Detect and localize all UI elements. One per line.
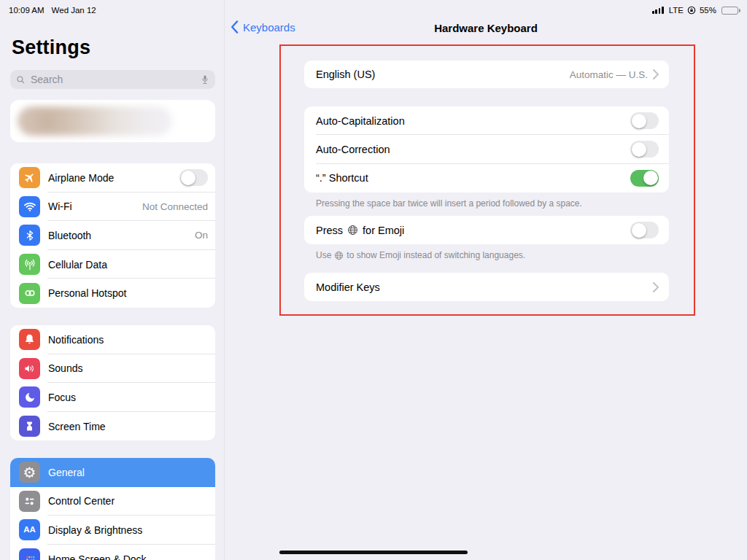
language-row-value: Automatic — U.S. xyxy=(570,69,648,80)
emoji-row-prefix: Press xyxy=(316,225,343,236)
sidebar-item-home-screen-dock[interactable]: Home Screen & Dock xyxy=(10,545,215,560)
emoji-footnote-prefix: Use xyxy=(316,250,331,260)
blurred-profile-content xyxy=(18,106,172,136)
sidebar-item-general[interactable]: ⚙ General xyxy=(10,458,215,487)
search-field[interactable] xyxy=(10,70,215,89)
globe-icon xyxy=(347,225,358,236)
network-type-label: LTE xyxy=(669,6,684,15)
home-screen-icon xyxy=(19,548,40,560)
moon-icon xyxy=(19,386,40,408)
modifier-keys-row[interactable]: Modifier Keys xyxy=(304,273,669,301)
shortcut-footnote: Pressing the space bar twice will insert… xyxy=(316,198,659,209)
wifi-icon xyxy=(19,196,40,217)
content-title: Hardware Keyboard xyxy=(225,22,747,34)
press-globe-for-emoji-toggle[interactable] xyxy=(630,222,659,238)
sidebar-item-label: General xyxy=(48,467,85,478)
sidebar-item-personal-hotspot[interactable]: Personal Hotspot xyxy=(10,279,215,308)
settings-sidebar: Settings Airplane Mode xyxy=(0,0,225,560)
emoji-card: Press for Emoji xyxy=(304,216,669,244)
gear-icon: ⚙ xyxy=(19,462,40,483)
auto-capitalization-toggle[interactable] xyxy=(630,112,659,129)
sidebar-item-display-brightness[interactable]: AA Display & Brightness xyxy=(10,516,215,545)
battery-percent-label: 55% xyxy=(700,6,716,15)
language-card: English (US) Automatic — U.S. xyxy=(304,61,669,88)
sidebar-item-cellular-data[interactable]: Cellular Data xyxy=(10,250,215,279)
sidebar-item-label: Sounds xyxy=(48,362,82,374)
period-shortcut-toggle[interactable] xyxy=(630,170,659,187)
airplane-icon xyxy=(19,167,40,188)
auto-capitalization-label: Auto-Capitalization xyxy=(316,115,405,127)
sidebar-item-label: Home Screen & Dock xyxy=(48,553,147,560)
language-row[interactable]: English (US) Automatic — U.S. xyxy=(304,61,669,88)
battery-icon xyxy=(721,7,738,15)
sidebar-item-label: Focus xyxy=(48,392,76,403)
sidebar-item-notifications[interactable]: Notifications xyxy=(10,325,215,354)
chevron-right-icon xyxy=(653,282,659,292)
control-center-icon xyxy=(19,491,40,512)
page-title: Settings xyxy=(12,36,90,59)
dictation-mic-icon[interactable] xyxy=(201,74,209,85)
orientation-lock-icon xyxy=(687,6,696,15)
speaker-icon xyxy=(19,358,40,379)
hotspot-icon xyxy=(19,283,40,304)
typing-options-card: Auto-Capitalization Auto-Correction “.” … xyxy=(304,106,669,192)
modifier-keys-label: Modifier Keys xyxy=(316,281,380,293)
period-shortcut-row: “.” Shortcut xyxy=(304,164,669,192)
sidebar-item-screen-time[interactable]: Screen Time xyxy=(10,412,215,441)
chevron-right-icon xyxy=(653,69,659,79)
sidebar-item-label: Cellular Data xyxy=(48,259,107,271)
airplane-mode-toggle[interactable] xyxy=(179,169,208,186)
sidebar-item-sounds[interactable]: Sounds xyxy=(10,354,215,384)
sidebar-item-airplane-mode[interactable]: Airplane Mode xyxy=(10,163,215,192)
cellular-icon xyxy=(19,254,40,275)
sidebar-group-general: ⚙ General Control Center AA Display & Br… xyxy=(10,458,215,560)
bluetooth-icon xyxy=(19,225,40,246)
emoji-footnote: Use to show Emoji instead of switching l… xyxy=(316,250,659,260)
search-input[interactable] xyxy=(29,73,197,86)
sidebar-group-connectivity: Airplane Mode Wi-Fi Not Connected Blueto… xyxy=(10,163,215,308)
cellular-signal-icon xyxy=(652,7,664,14)
wifi-status-value: Not Connected xyxy=(142,201,208,212)
sidebar-item-control-center[interactable]: Control Center xyxy=(10,487,215,516)
press-globe-for-emoji-row: Press for Emoji xyxy=(304,216,669,244)
bluetooth-status-value: On xyxy=(195,230,208,241)
globe-icon-small xyxy=(334,251,344,260)
auto-correction-row: Auto-Correction xyxy=(304,135,669,163)
ipad-settings-screen: 10:09 AM Wed Jan 12 LTE 55% Settings xyxy=(0,0,747,560)
emoji-row-suffix: for Emoji xyxy=(363,225,404,236)
sidebar-item-label: Bluetooth xyxy=(48,230,91,241)
bell-icon xyxy=(19,329,40,350)
apple-id-profile-card[interactable] xyxy=(10,100,215,142)
sidebar-item-label: Personal Hotspot xyxy=(48,287,126,299)
shortcut-footnote-text: Pressing the space bar twice will insert… xyxy=(316,198,582,209)
modifier-keys-card: Modifier Keys xyxy=(304,273,669,301)
auto-correction-label: Auto-Correction xyxy=(316,144,390,155)
search-icon xyxy=(16,75,26,85)
auto-correction-toggle[interactable] xyxy=(630,141,659,158)
sidebar-item-label: Airplane Mode xyxy=(48,172,114,184)
home-indicator[interactable] xyxy=(279,551,468,554)
language-row-label: English (US) xyxy=(316,69,375,80)
sidebar-item-wifi[interactable]: Wi-Fi Not Connected xyxy=(10,192,215,222)
sidebar-item-label: Notifications xyxy=(48,334,104,346)
sidebar-item-bluetooth[interactable]: Bluetooth On xyxy=(10,221,215,250)
sidebar-item-label: Wi-Fi xyxy=(48,201,72,212)
sidebar-group-notifications: Notifications Sounds Focus Screen Time xyxy=(10,325,215,440)
display-icon: AA xyxy=(19,519,40,540)
sidebar-item-label: Display & Brightness xyxy=(48,524,142,536)
auto-capitalization-row: Auto-Capitalization xyxy=(304,106,669,135)
sidebar-item-focus[interactable]: Focus xyxy=(10,383,215,412)
hourglass-icon xyxy=(19,416,40,437)
emoji-footnote-suffix: to show Emoji instead of switching langu… xyxy=(347,250,525,260)
period-shortcut-label: “.” Shortcut xyxy=(316,172,368,184)
sidebar-item-label: Control Center xyxy=(48,495,115,507)
sidebar-item-label: Screen Time xyxy=(48,421,106,432)
